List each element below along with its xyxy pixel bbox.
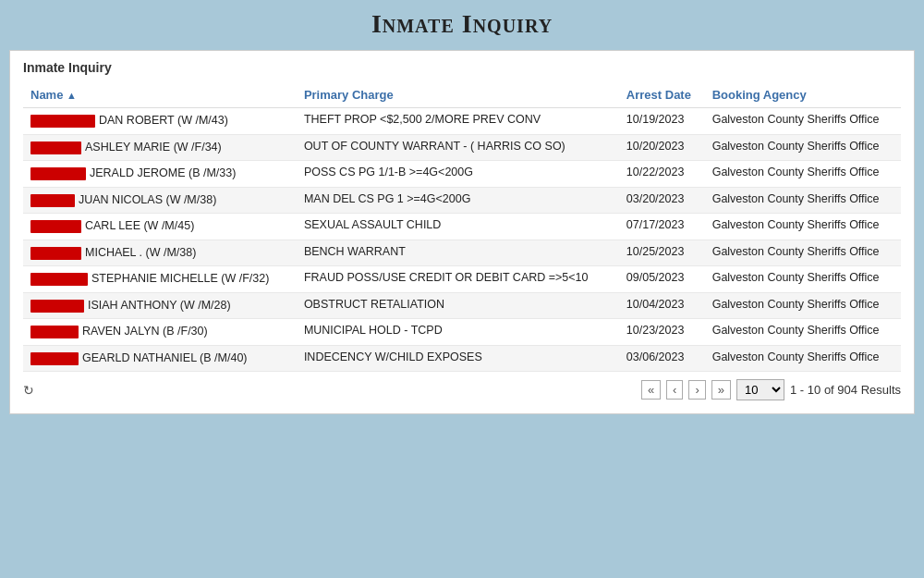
table-row[interactable]: ASHLEY MARIE (W /F/34)OUT OF COUNTY WARR… <box>23 134 901 161</box>
booking-agency-cell: Galveston County Sheriffs Office <box>705 108 901 135</box>
table-row[interactable]: DAN ROBERT (W /M/43)THEFT PROP <$2,500 2… <box>23 108 901 135</box>
pagination-row: ↻ « ‹ › » 102550100 1 - 10 of 904 Result… <box>23 379 901 400</box>
table-row[interactable]: JERALD JEROME (B /M/33)POSS CS PG 1/1-B … <box>23 161 901 188</box>
arrest-date-cell: 03/06/2023 <box>619 345 705 372</box>
arrest-date-cell: 03/20/2023 <box>619 187 705 214</box>
name-cell: DAN ROBERT (W /M/43) <box>23 108 297 135</box>
next-page-button[interactable]: › <box>688 380 705 400</box>
page-container: Inmate Inquiry Inmate Inquiry Name ▲ Pri… <box>9 9 915 414</box>
table-row[interactable]: CARL LEE (W /M/45)SEXUAL ASSAULT CHILD07… <box>23 214 901 240</box>
arrest-date-cell: 10/19/2023 <box>619 108 705 135</box>
table-header-row: Name ▲ Primary Charge Arrest Date Bookin… <box>23 82 901 108</box>
name-cell: MICHAEL . (W /M/38) <box>23 240 297 266</box>
inmate-table: Name ▲ Primary Charge Arrest Date Bookin… <box>23 82 901 372</box>
redacted-bar <box>30 326 79 338</box>
name-cell: ISIAH ANTHONY (W /M/28) <box>23 292 297 319</box>
name-text: ASHLEY MARIE (W /F/34) <box>85 140 222 156</box>
name-cell: JUAN NICOLAS (W /M/38) <box>23 187 297 214</box>
booking-agency-cell: Galveston County Sheriffs Office <box>705 345 901 372</box>
charge-cell: MUNICIPAL HOLD - TCPD <box>297 319 619 346</box>
arrest-date-cell: 10/23/2023 <box>619 319 705 346</box>
arrest-date-cell: 09/05/2023 <box>619 266 705 293</box>
charge-cell: OBSTRUCT RETALIATION <box>297 292 619 319</box>
name-text: CARL LEE (W /M/45) <box>85 218 194 235</box>
refresh-icon[interactable]: ↻ <box>23 383 34 398</box>
main-panel: Inmate Inquiry Name ▲ Primary Charge Arr… <box>9 50 915 414</box>
col-header-primary-charge: Primary Charge <box>297 82 619 108</box>
name-cell: STEPHANIE MICHELLE (W /F/32) <box>23 266 297 293</box>
redacted-bar <box>30 352 79 365</box>
name-text: DAN ROBERT (W /M/43) <box>99 113 228 129</box>
name-cell: GEARLD NATHANIEL (B /M/40) <box>23 345 297 372</box>
booking-agency-cell: Galveston County Sheriffs Office <box>705 214 901 240</box>
charge-cell: MAN DEL CS PG 1 >=4G<200G <box>297 187 619 214</box>
table-row[interactable]: GEARLD NATHANIEL (B /M/40)INDECENCY W/CH… <box>23 345 901 372</box>
redacted-bar <box>30 247 81 260</box>
table-row[interactable]: JUAN NICOLAS (W /M/38)MAN DEL CS PG 1 >=… <box>23 187 901 214</box>
prev-page-button[interactable]: ‹ <box>666 380 683 400</box>
table-row[interactable]: STEPHANIE MICHELLE (W /F/32)FRAUD POSS/U… <box>23 266 901 293</box>
arrest-date-cell: 10/25/2023 <box>619 240 705 266</box>
booking-agency-cell: Galveston County Sheriffs Office <box>705 187 901 214</box>
booking-agency-cell: Galveston County Sheriffs Office <box>705 240 901 266</box>
redacted-bar <box>30 115 95 128</box>
name-text: MICHAEL . (W /M/38) <box>85 245 196 262</box>
charge-cell: THEFT PROP <$2,500 2/MORE PREV CONV <box>297 108 619 135</box>
sort-arrow-name: ▲ <box>67 90 77 101</box>
col-header-booking-agency: Booking Agency <box>705 82 901 108</box>
charge-cell: OUT OF COUNTY WARRANT - ( HARRIS CO SO) <box>297 134 619 161</box>
booking-agency-cell: Galveston County Sheriffs Office <box>705 319 901 346</box>
charge-cell: SEXUAL ASSAULT CHILD <box>297 214 619 240</box>
arrest-date-cell: 10/04/2023 <box>619 292 705 319</box>
col-header-name[interactable]: Name ▲ <box>23 82 297 108</box>
redacted-bar <box>30 194 75 207</box>
charge-cell: POSS CS PG 1/1-B >=4G<200G <box>297 161 619 188</box>
table-row[interactable]: MICHAEL . (W /M/38)BENCH WARRANT10/25/20… <box>23 240 901 266</box>
name-cell: ASHLEY MARIE (W /F/34) <box>23 134 297 161</box>
redacted-bar <box>30 300 84 313</box>
name-text: JUAN NICOLAS (W /M/38) <box>79 192 216 209</box>
name-text: RAVEN JALYN (B /F/30) <box>82 324 208 340</box>
charge-cell: BENCH WARRANT <box>297 240 619 266</box>
name-cell: RAVEN JALYN (B /F/30) <box>23 319 297 346</box>
per-page-select[interactable]: 102550100 <box>736 379 784 400</box>
redacted-bar <box>30 273 88 286</box>
booking-agency-cell: Galveston County Sheriffs Office <box>705 292 901 319</box>
last-page-button[interactable]: » <box>711 380 731 400</box>
first-page-button[interactable]: « <box>641 380 661 400</box>
booking-agency-cell: Galveston County Sheriffs Office <box>705 266 901 293</box>
name-cell: CARL LEE (W /M/45) <box>23 214 297 240</box>
name-text: STEPHANIE MICHELLE (W /F/32) <box>91 271 269 288</box>
charge-cell: FRAUD POSS/USE CREDIT OR DEBIT CARD =>5<… <box>297 266 619 293</box>
name-text: JERALD JEROME (B /M/33) <box>90 166 236 182</box>
col-header-arrest-date: Arrest Date <box>619 82 705 108</box>
pagination-info: 1 - 10 of 904 Results <box>790 383 901 397</box>
name-text: ISIAH ANTHONY (W /M/28) <box>88 298 231 314</box>
redacted-bar <box>30 167 86 180</box>
table-row[interactable]: RAVEN JALYN (B /F/30)MUNICIPAL HOLD - TC… <box>23 319 901 346</box>
arrest-date-cell: 10/22/2023 <box>619 161 705 188</box>
redacted-bar <box>30 220 81 233</box>
table-row[interactable]: ISIAH ANTHONY (W /M/28)OBSTRUCT RETALIAT… <box>23 292 901 319</box>
panel-title: Inmate Inquiry <box>23 60 901 75</box>
booking-agency-cell: Galveston County Sheriffs Office <box>705 134 901 161</box>
name-text: GEARLD NATHANIEL (B /M/40) <box>82 350 248 367</box>
arrest-date-cell: 07/17/2023 <box>619 214 705 240</box>
booking-agency-cell: Galveston County Sheriffs Office <box>705 161 901 188</box>
name-cell: JERALD JEROME (B /M/33) <box>23 161 297 188</box>
page-title: Inmate Inquiry <box>9 9 915 39</box>
arrest-date-cell: 10/20/2023 <box>619 134 705 161</box>
charge-cell: INDECENCY W/CHILD EXPOSES <box>297 345 619 372</box>
redacted-bar <box>30 141 81 154</box>
